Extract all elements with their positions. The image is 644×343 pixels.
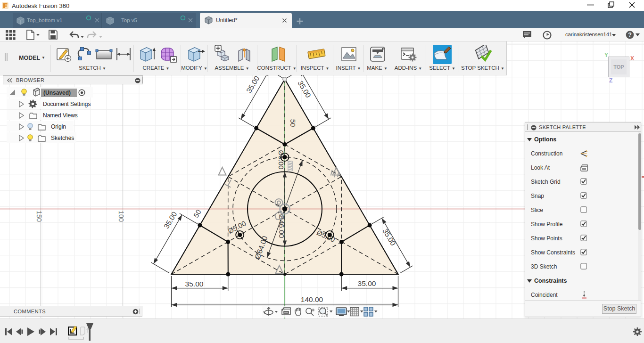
svg-text:35.00: 35.00 (381, 227, 397, 247)
svg-text:35.00: 35.00 (185, 280, 204, 288)
svg-text:?: ? (628, 32, 632, 38)
svg-text:35.00: 35.00 (296, 79, 313, 99)
svg-text:35.00: 35.00 (162, 210, 179, 230)
svg-text:50: 50 (289, 119, 297, 127)
svg-text:150: 150 (35, 211, 43, 222)
svg-text:35.00: 35.00 (358, 279, 376, 287)
svg-text:50: 50 (192, 208, 203, 219)
svg-text:100: 100 (117, 211, 125, 222)
svg-text:35.00: 35.00 (245, 74, 261, 94)
svg-text:140.00: 140.00 (301, 295, 323, 303)
